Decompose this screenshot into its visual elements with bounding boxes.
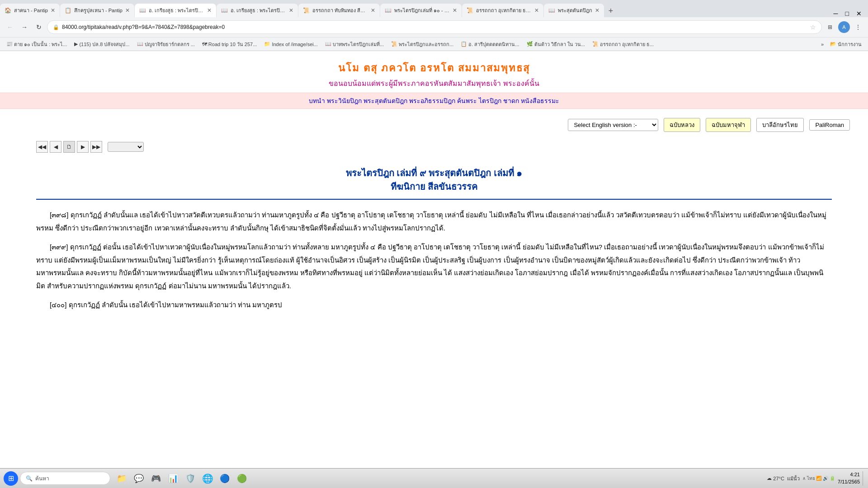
taskbar-app-shield[interactable]: 🛡️ [183,471,198,486]
tab-1-title: สาคนา - Pantip [14,6,48,14]
taskbar-search[interactable]: 🔍 ค้นหา [20,472,110,485]
taskbar-app-explorer[interactable]: 📁 [114,471,129,486]
profile-button[interactable]: A [838,21,850,33]
lock-icon: 🔒 [53,24,59,30]
mahacut-version-button[interactable]: ฉบับมหาจุฬา [706,118,751,132]
prev-page-button[interactable]: ◀ [50,141,61,153]
weather-label: แม้นั้ว [787,474,800,483]
tab-6-favicon: 📖 [385,7,392,14]
bookmark-2[interactable]: ▶ (115) ปล.8 ปลัจจสมุป... [71,39,132,49]
page-content: นโม ตสุ ภควโต อรหโต สมมาสมพุทธสุ ขอนอบน้… [0,51,868,488]
header-subtitle: ขอนอบน้อมแด่พระผู้มีพระภาคอรหันตสัมมาสัม… [0,78,868,89]
first-page-button[interactable]: ◀◀ [36,141,48,153]
maximize-button[interactable]: □ [843,10,852,17]
tab-5[interactable]: 📜 อรรถกถา ทับทิมทอง สีลันธรร... ✕ [298,4,380,17]
tab-5-close[interactable]: ✕ [371,7,375,14]
header-nav-bar: บทนำ พระวินัยปิฎก พระสุตตันตปิฎก พระอภิธ… [0,93,868,109]
main-content: พระไตรปิฎก เล่มที่ ๙ พระสุตตันตปิฎก เล่ม… [0,157,868,327]
bookmarks-folder[interactable]: 📂 นักการงาน [827,39,864,49]
last-page-button[interactable]: ▶▶ [90,141,102,153]
bookmark-3-icon: 📖 [137,41,143,47]
taskbar-app-green[interactable]: 📊 [165,471,181,486]
content-title: พระไตรปิฎก เล่มที่ ๙ พระสุตตันตปิฎก เล่ม… [36,166,832,193]
tab-6-close[interactable]: ✕ [453,7,457,14]
bookmark-4-icon: 🗺 [202,42,207,47]
back-button[interactable]: ← [4,21,16,33]
extensions-button[interactable]: ⊞ [824,21,836,33]
header-nav-links: บทนำ พระวินัยปิฎก พระสุตตันตปิฎก พระอภิธ… [309,97,559,104]
browser-chrome: 🏠 สาคนา - Pantip ✕ 📋 สึกครูปุลเหนา - Pan… [0,0,868,51]
tab-5-favicon: 📜 [303,7,310,14]
time-text: 4:21 [838,471,860,478]
content-divider [36,199,832,200]
bookmark-1[interactable]: 📰 ตาย ๑๐ เป็นนั้น : พระไ... [4,39,70,49]
tab-1-close[interactable]: ✕ [51,7,55,14]
bookmark-star-icon[interactable]: ☆ [810,23,816,31]
tab-6-title: พระไตรปิฎกเล่มที่ ๑๐ - พระส... [394,6,450,14]
tab-bar: 🏠 สาคนา - Pantip ✕ 📋 สึกครูปุลเหนา - Pan… [0,0,868,17]
forward-button[interactable]: → [18,21,31,33]
bookmarks-more-button[interactable]: » [819,41,826,48]
new-tab-button[interactable]: + [604,5,617,17]
tab-4-close[interactable]: ✕ [289,7,293,14]
address-bar[interactable]: 🔒 84000.org/tipitaka/read/v.php?B=9&A=78… [47,20,822,34]
tab-7[interactable]: 📜 อรรถกถา อุเหกกิตาย ธรรม... ✕ [462,4,543,17]
royal-version-button[interactable]: ฉบับหลวง [664,118,700,132]
bookmarks-folder-icon: 📂 [830,41,836,47]
minimize-button[interactable]: ─ [831,10,841,17]
bookmark-1-icon: 📰 [6,41,13,47]
tab-3[interactable]: 📖 อ. เกรียงสูธ : พระไตรปิฎก... ✕ [135,4,216,17]
tab-7-favicon: 📜 [467,7,473,14]
bookmark-3[interactable]: 📖 ปญจาจิรัยธาร์กตลกร ... [134,39,198,49]
bookmark-8-icon: 📋 [461,41,467,47]
taskbar-app-green2[interactable]: 🟢 [234,471,250,486]
tab-1[interactable]: 🏠 สาคนา - Pantip ✕ [0,4,60,17]
tab-2-title: สึกครูปุลเหนา - Pantip [74,6,123,14]
page-select-dropdown[interactable] [108,142,144,152]
content-title-line1: พระไตรปิฎก เล่มที่ ๙ พระสุตตันตปิฎก เล่ม… [36,166,832,180]
bookmark-10[interactable]: 📜 อรรถกถา อุเหกกิตาย ธ... [590,39,656,49]
taskbar: 🔍 ค้นหา 📁 💬 🎮 📊 🛡️ 🌐 🔵 🟢 ☁ 27°C แม้นั้ว … [0,468,868,488]
bookmark-6[interactable]: 📖 บาทพระไตรปิฎกเล่มที่... [322,39,387,49]
bookmark-7[interactable]: 📜 พระไตรปิฎกและอรรถก... [388,39,456,49]
pali-thai-button[interactable]: บาลีอักษรไทย [756,118,804,132]
tab-7-close[interactable]: ✕ [534,7,539,14]
namo-text: นโม ตสุ ภควโต อรหโต สมมาสมพุทธสุ [0,60,868,76]
taskbar-app-edge[interactable]: 🌐 [200,471,215,486]
tab-2-favicon: 📋 [65,7,71,14]
pali-roman-button[interactable]: PaliRoman [809,119,850,131]
page-navigation: ◀◀ ◀ 🗋 ▶ ▶▶ [0,136,868,157]
url-text: 84000.org/tipitaka/read/v.php?B=9&A=7840… [62,24,807,30]
taskbar-system: ☁ 27°C แม้นั้ว ∧ ไทย 📶 🔊 🔋 4:21 7/11/256… [767,471,864,486]
close-button[interactable]: ✕ [854,10,864,17]
taskbar-app-xbox[interactable]: 🎮 [148,471,164,486]
english-version-select[interactable]: Select English version :- [568,119,658,131]
bookmark-9[interactable]: 🌿 ต้นด้าว วิธีกลา ใน วน... [524,39,588,49]
tab-6[interactable]: 📖 พระไตรปิฎกเล่มที่ ๑๐ - พระส... ✕ [380,4,462,17]
tab-3-close[interactable]: ✕ [207,7,212,14]
menu-button[interactable]: ⋮ [852,21,864,33]
page-header: นโม ตสุ ภควโต อรหโต สมมาสมพุทธสุ ขอนอบน้… [0,51,868,113]
bookmark-5[interactable]: 📁 Index of /image/sei... [261,40,321,48]
show-desktop-button[interactable] [863,471,864,486]
tab-2[interactable]: 📋 สึกครูปุลเหนา - Pantip ✕ [60,4,134,17]
current-page-button[interactable]: 🗋 [63,141,75,153]
next-page-button[interactable]: ▶ [77,141,89,153]
taskbar-app-chat[interactable]: 💬 [131,471,146,486]
taskbar-app-blue[interactable]: 🔵 [217,471,232,486]
taskbar-apps: 📁 💬 🎮 📊 🛡️ 🌐 🔵 🟢 [114,471,250,486]
paragraph-2: [๓๙๙] ดุกรเกวัฏฏ์ ต่อนั้น เธอได้เข้าไปหา… [36,241,832,292]
content-body: [๓๙๘] ดุกรเกวัฏฏ์ ลำดับนั้นแล เธอได้เข้า… [36,209,832,312]
search-icon: 🔍 [26,475,33,482]
tab-2-close[interactable]: ✕ [125,7,130,14]
tab-5-title: อรรถกถา ทับทิมทอง สีลันธรร... [312,6,368,14]
start-button[interactable] [4,471,18,486]
bookmark-8[interactable]: 📋 อ. สารีปุตตตตตนิทาน... [458,39,522,49]
bookmark-5-icon: 📁 [264,41,270,47]
tab-8[interactable]: 📖 พระสุตตันตปิฎก ✕ [544,4,604,17]
system-tray-icons: ∧ ไทย 📶 🔊 🔋 [802,475,835,482]
tab-8-close[interactable]: ✕ [595,7,599,14]
bookmark-4[interactable]: 🗺 Road trip 10 วัน 257... [199,39,260,49]
reload-button[interactable]: ↻ [33,21,45,33]
tab-4[interactable]: 📖 อ. เกรียงสูธ : พระไตรปิฎก... ✕ [217,4,298,17]
